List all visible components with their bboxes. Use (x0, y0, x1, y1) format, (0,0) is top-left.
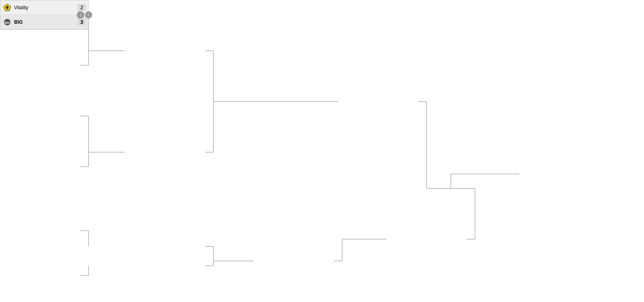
team-score: 2 (78, 4, 86, 11)
match-final: Vitality 2 BIG BIG 3 i (0, 0, 89, 30)
match-row: BIG BIG 3 (0, 15, 88, 29)
info-button[interactable]: i (77, 11, 84, 19)
team-name: BIG (14, 19, 78, 25)
match-row: Vitality 2 (0, 0, 88, 15)
svg-text:BIG: BIG (5, 21, 10, 24)
info-button[interactable]: i (85, 11, 92, 19)
bracket-lines (0, 0, 644, 302)
vitality-logo (3, 3, 12, 12)
team-name: Vitality (14, 5, 78, 10)
team-score: 3 (78, 19, 86, 25)
big-logo: BIG (3, 18, 12, 27)
bracket-container: Vitality 2 Heroic 1 i OG OG 2 N North 1 (0, 0, 644, 302)
